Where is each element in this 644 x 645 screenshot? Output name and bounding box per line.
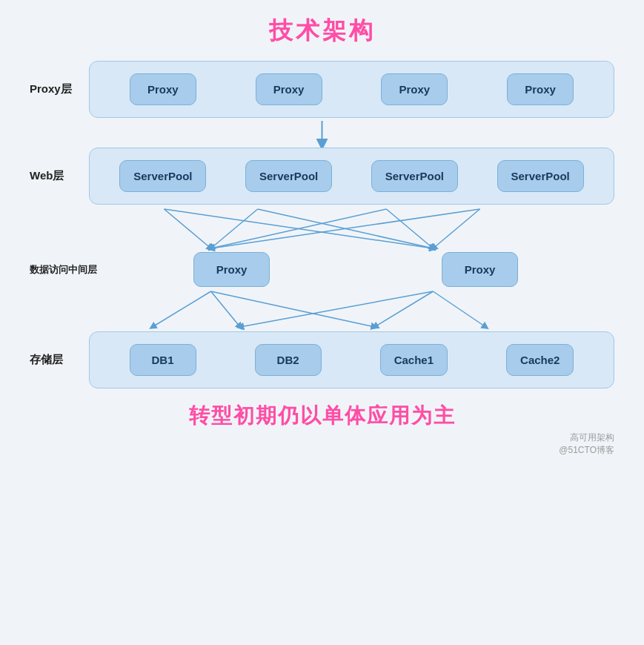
data-layer-label: 数据访问中间层 xyxy=(30,263,97,277)
proxy-node-2: Proxy xyxy=(256,73,322,105)
data-layer-row: 数据访问中间层 Proxy Proxy xyxy=(30,252,614,287)
web-layer-row: Web层 ServerPool ServerPool ServerPool Se… xyxy=(30,148,614,205)
proxy-to-web-connector xyxy=(30,121,614,148)
proxy-layer-label: Proxy层 xyxy=(30,82,89,96)
bottom-caption: 转型初期仍以单体应用为主 xyxy=(189,402,456,430)
watermark-line1: 高可用架构 xyxy=(570,431,614,444)
svg-line-7 xyxy=(211,209,387,248)
web-to-data-connector xyxy=(30,208,614,252)
storage-layer-box: DB1 DB2 Cache1 Cache2 xyxy=(89,331,614,388)
data-proxy-node-1: Proxy xyxy=(193,252,270,287)
proxy-to-web-arrow xyxy=(30,121,614,148)
svg-line-12 xyxy=(153,291,211,327)
cache2-node: Cache2 xyxy=(506,344,574,376)
serverpool-node-2: ServerPool xyxy=(245,160,332,192)
cache1-node: Cache1 xyxy=(380,344,448,376)
web-to-data-arrows xyxy=(30,208,614,252)
data-proxy-node-2: Proxy xyxy=(442,252,519,287)
watermark-area: 高可用架构 @51CTO博客 xyxy=(30,431,614,457)
proxy-layer-box: Proxy Proxy Proxy Proxy xyxy=(89,61,614,118)
proxy-layer-row: Proxy层 Proxy Proxy Proxy Proxy xyxy=(30,61,614,118)
data-to-storage-arrows xyxy=(30,290,614,331)
svg-line-17 xyxy=(433,291,485,327)
proxy-node-4: Proxy xyxy=(507,73,574,105)
watermark-line2: @51CTO博客 xyxy=(559,444,614,457)
web-layer-box: ServerPool ServerPool ServerPool ServerP… xyxy=(89,148,614,205)
serverpool-node-4: ServerPool xyxy=(497,160,584,192)
main-title: 技术架构 xyxy=(269,15,376,47)
serverpool-node-1: ServerPool xyxy=(119,160,206,192)
db2-node: DB2 xyxy=(255,344,322,376)
db1-node: DB1 xyxy=(130,344,196,376)
data-layer-nodes: Proxy Proxy xyxy=(97,252,614,287)
storage-layer-row: 存储层 DB1 DB2 Cache1 Cache2 xyxy=(30,331,614,388)
serverpool-node-3: ServerPool xyxy=(371,160,458,192)
proxy-node-3: Proxy xyxy=(381,73,448,105)
storage-layer-label: 存储层 xyxy=(30,353,89,367)
proxy-node-1: Proxy xyxy=(130,73,196,105)
web-layer-label: Web层 xyxy=(30,169,89,183)
data-to-storage-connector xyxy=(30,290,614,331)
